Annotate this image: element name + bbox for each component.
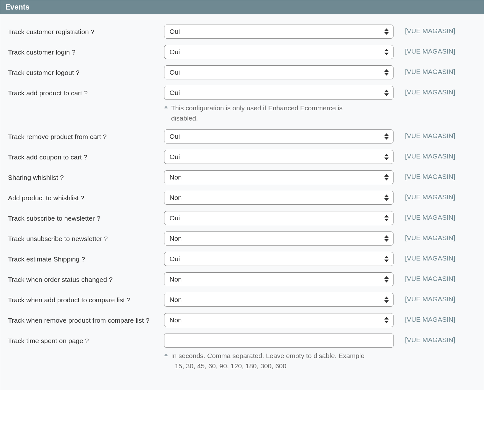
add-to-wishlist-select[interactable]: Non <box>164 191 394 205</box>
scope-label: [VUE MAGASIN] <box>394 25 455 35</box>
field-label: Track subscribe to newsletter ? <box>8 211 164 223</box>
panel-body: Track customer registration ?Oui[VUE MAG… <box>0 14 484 390</box>
scope-label: [VUE MAGASIN] <box>394 191 455 201</box>
field-label: Track customer logout ? <box>8 65 164 77</box>
track-registration-select[interactable]: Oui <box>164 25 394 39</box>
scope-label: [VUE MAGASIN] <box>394 45 455 55</box>
control-column: Oui <box>164 129 394 143</box>
updown-icon <box>384 215 389 221</box>
track-add-to-cart-select[interactable]: Oui <box>164 86 394 100</box>
track-remove-compare-select[interactable]: Non <box>164 313 394 327</box>
events-panel: Events Track customer registration ?Oui[… <box>0 0 484 390</box>
select-value: Non <box>170 296 182 304</box>
control-column: Oui <box>164 150 394 164</box>
select-value: Oui <box>170 48 180 56</box>
select-value: Oui <box>170 69 180 76</box>
track-add-coupon-select[interactable]: Oui <box>164 150 394 164</box>
hint-text: In seconds. Comma separated. Leave empty… <box>171 351 394 371</box>
form-row: Track unsubscribe to newsletter ?Non[VUE… <box>8 231 476 246</box>
control-column: Oui <box>164 45 394 59</box>
scope-label: [VUE MAGASIN] <box>394 211 455 221</box>
form-row: Track when order status changed ?Non[VUE… <box>8 272 476 286</box>
select-value: Non <box>170 235 182 242</box>
field-label: Track add coupon to cart ? <box>8 150 164 162</box>
scope-label: [VUE MAGASIN] <box>394 313 455 323</box>
updown-icon <box>384 49 389 55</box>
track-add-compare-select[interactable]: Non <box>164 293 394 307</box>
field-label: Sharing whishlist ? <box>8 170 164 182</box>
updown-icon <box>384 195 389 201</box>
updown-icon <box>384 297 389 303</box>
track-time-on-page-input[interactable] <box>164 334 394 348</box>
select-value: Oui <box>170 89 180 97</box>
form-row: Track estimate Shipping ?Oui[VUE MAGASIN… <box>8 252 476 266</box>
form-row: Track customer logout ?Oui[VUE MAGASIN] <box>8 65 476 79</box>
track-order-status-changed-select[interactable]: Non <box>164 272 394 286</box>
select-value: Oui <box>170 133 180 140</box>
track-subscribe-newsletter-select[interactable]: Oui <box>164 211 394 225</box>
select-value: Non <box>170 275 182 283</box>
form-row: Track customer login ?Oui[VUE MAGASIN] <box>8 45 476 59</box>
field-hint: This configuration is only used if Enhan… <box>164 103 394 123</box>
select-value: Oui <box>170 153 180 161</box>
form-row: Sharing whishlist ?Non[VUE MAGASIN] <box>8 170 476 184</box>
control-column: In seconds. Comma separated. Leave empty… <box>164 334 394 371</box>
scope-label: [VUE MAGASIN] <box>394 86 455 96</box>
control-column: Oui <box>164 252 394 266</box>
form-row: Add product to whishlist ?Non[VUE MAGASI… <box>8 191 476 205</box>
control-column: Non <box>164 272 394 286</box>
updown-icon <box>384 235 389 242</box>
track-logout-select[interactable]: Oui <box>164 65 394 79</box>
control-column: Non <box>164 313 394 327</box>
field-label: Track when remove product from compare l… <box>8 313 164 325</box>
control-column: Non <box>164 191 394 205</box>
updown-icon <box>384 276 389 283</box>
updown-icon <box>384 256 389 262</box>
select-value: Oui <box>170 28 180 35</box>
form-row: Track add product to cart ?OuiThis confi… <box>8 86 476 123</box>
scope-label: [VUE MAGASIN] <box>394 334 455 344</box>
sharing-wishlist-select[interactable]: Non <box>164 170 394 184</box>
field-hint: In seconds. Comma separated. Leave empty… <box>164 351 394 371</box>
field-label: Track when order status changed ? <box>8 272 164 284</box>
track-estimate-shipping-select[interactable]: Oui <box>164 252 394 266</box>
form-row: Track when add product to compare list ?… <box>8 293 476 307</box>
field-label: Add product to whishlist ? <box>8 191 164 202</box>
field-label: Track estimate Shipping ? <box>8 252 164 264</box>
control-column: Oui <box>164 211 394 225</box>
select-value: Oui <box>170 255 180 263</box>
select-value: Oui <box>170 214 180 222</box>
field-label: Track add product to cart ? <box>8 86 164 98</box>
field-label: Track customer login ? <box>8 45 164 57</box>
updown-icon <box>384 28 389 35</box>
scope-label: [VUE MAGASIN] <box>394 170 455 180</box>
scope-label: [VUE MAGASIN] <box>394 65 455 76</box>
updown-icon <box>384 154 389 160</box>
track-unsubscribe-newsletter-select[interactable]: Non <box>164 231 394 246</box>
field-label: Track when add product to compare list ? <box>8 293 164 305</box>
scope-label: [VUE MAGASIN] <box>394 293 455 303</box>
updown-icon <box>384 317 389 323</box>
triangle-up-icon <box>164 106 168 108</box>
field-label: Track time spent on page ? <box>8 334 164 345</box>
track-login-select[interactable]: Oui <box>164 45 394 59</box>
updown-icon <box>384 174 389 180</box>
select-value: Non <box>170 316 182 324</box>
control-column: OuiThis configuration is only used if En… <box>164 86 394 123</box>
form-row: Track add coupon to cart ?Oui[VUE MAGASI… <box>8 150 476 164</box>
form-row: Track customer registration ?Oui[VUE MAG… <box>8 25 476 39</box>
scope-label: [VUE MAGASIN] <box>394 129 455 140</box>
scope-label: [VUE MAGASIN] <box>394 252 455 262</box>
select-value: Non <box>170 194 182 202</box>
control-column: Non <box>164 293 394 307</box>
control-column: Non <box>164 170 394 184</box>
track-remove-from-cart-select[interactable]: Oui <box>164 129 394 143</box>
field-label: Track unsubscribe to newsletter ? <box>8 231 164 243</box>
field-label: Track remove product from cart ? <box>8 129 164 141</box>
field-label: Track customer registration ? <box>8 25 164 36</box>
form-row: Track subscribe to newsletter ?Oui[VUE M… <box>8 211 476 225</box>
form-row: Track remove product from cart ?Oui[VUE … <box>8 129 476 143</box>
updown-icon <box>384 90 389 96</box>
hint-text: This configuration is only used if Enhan… <box>171 103 394 123</box>
scope-label: [VUE MAGASIN] <box>394 231 455 242</box>
